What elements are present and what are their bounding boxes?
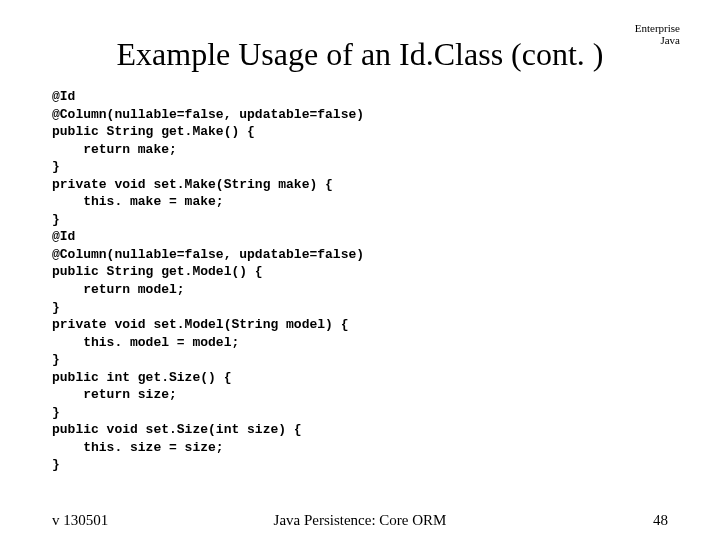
slide-title: Example Usage of an Id.Class (cont. )	[0, 36, 720, 73]
corner-line1: Enterprise	[635, 22, 680, 34]
footer-title: Java Persistence: Core ORM	[52, 512, 668, 529]
footer-page-number: 48	[653, 512, 668, 529]
slide: Enterprise Java Example Usage of an Id.C…	[0, 0, 720, 540]
code-block: @Id @Column(nullable=false, updatable=fa…	[52, 88, 668, 474]
